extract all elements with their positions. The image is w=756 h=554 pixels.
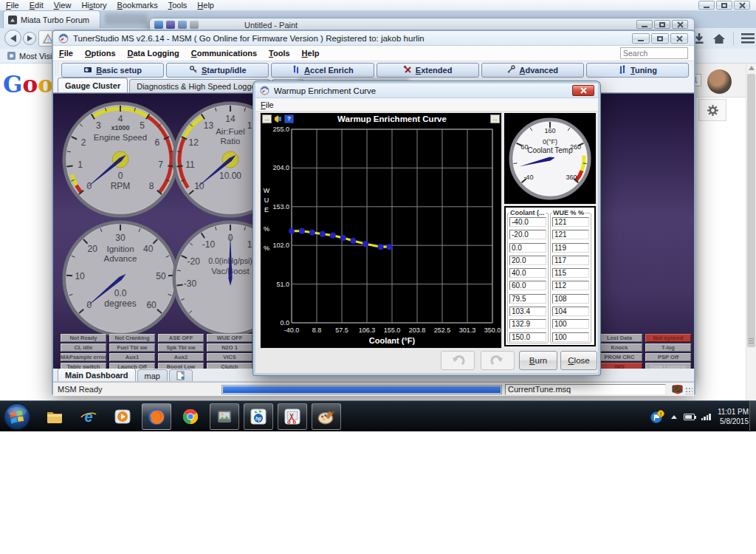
forward-button[interactable] xyxy=(23,32,36,45)
coolant-value-input[interactable] xyxy=(509,319,546,329)
announce-icon[interactable] xyxy=(273,114,283,123)
minimize-button[interactable] xyxy=(632,33,650,44)
avatar[interactable] xyxy=(707,69,732,94)
show-desktop-button[interactable] xyxy=(749,401,756,432)
minimize-button[interactable] xyxy=(636,20,653,29)
accel-enrich-button[interactable]: Accel Enrich xyxy=(271,63,374,78)
ff-menu-view[interactable]: View xyxy=(54,1,72,10)
taskbar-chrome-button[interactable] xyxy=(176,403,205,430)
toolbar-drag-handle[interactable] xyxy=(55,63,59,77)
browser-tab[interactable]: Miata Turbo Forum xyxy=(3,10,100,28)
svg-text:Coolant Temp: Coolant Temp xyxy=(527,146,573,154)
wue-value-input[interactable] xyxy=(552,307,589,316)
redo-button[interactable] xyxy=(481,351,515,370)
coolant-value-input[interactable] xyxy=(509,332,546,342)
ts-menu-file[interactable]: File xyxy=(53,49,79,58)
new-dashboard-tab-icon[interactable] xyxy=(169,369,193,381)
tray-expand-icon[interactable] xyxy=(671,415,677,419)
save-icon[interactable] xyxy=(166,21,175,29)
extended-button[interactable]: Extended xyxy=(377,63,479,78)
ts-menu-help[interactable]: Help xyxy=(296,49,326,58)
dashboard-tab-main-dashboard[interactable]: Main Dashboard xyxy=(58,368,136,381)
wue-value-input[interactable] xyxy=(552,217,589,227)
undo-button[interactable] xyxy=(441,351,475,370)
close-button[interactable] xyxy=(670,33,688,44)
start-button[interactable] xyxy=(3,403,31,431)
tab-gauge-cluster[interactable]: Gauge Cluster xyxy=(58,78,128,92)
dashboard-tab-map[interactable]: map xyxy=(137,369,168,381)
burn-button[interactable]: Burn xyxy=(519,351,557,370)
battery-icon[interactable] xyxy=(684,414,695,420)
wue-value-input[interactable] xyxy=(552,268,589,278)
menu-hamburger-icon[interactable] xyxy=(741,33,755,44)
indicator-clutch: Clutch xyxy=(207,363,252,369)
basic-setup-button[interactable]: Basic setup xyxy=(61,63,164,78)
settings-button[interactable] xyxy=(698,99,726,121)
warmup-curve-chart[interactable]: 0.051.0102.0153.0204.0255.0-40.08.857.51… xyxy=(261,125,501,348)
close-button[interactable] xyxy=(572,85,594,96)
help-button[interactable]: ? xyxy=(284,114,294,123)
action-center-icon[interactable]: ! xyxy=(650,410,664,423)
coolant-value-input[interactable] xyxy=(509,230,546,239)
ts-menu-communications[interactable]: Communications xyxy=(185,49,263,58)
close-dialog-button[interactable]: Close xyxy=(560,351,597,370)
page-scrollbar[interactable] xyxy=(746,64,756,400)
ts-menu-data-logging[interactable]: Data Logging xyxy=(122,49,185,58)
taskbar-media-player-button[interactable] xyxy=(108,403,137,430)
advanced-button[interactable]: Advanced xyxy=(481,63,584,78)
wue-value-input[interactable] xyxy=(552,332,589,342)
redo-icon[interactable] xyxy=(190,21,199,29)
wue-value-input[interactable] xyxy=(552,294,589,304)
taskbar-clock[interactable]: 11:01 PM 5/8/2015 xyxy=(718,407,749,426)
back-button[interactable] xyxy=(4,30,21,47)
startup-idle-button[interactable]: Startup/idle xyxy=(166,63,269,78)
ff-menu-bookmarks[interactable]: Bookmarks xyxy=(117,1,158,10)
taskbar-firefox-button[interactable] xyxy=(142,403,171,430)
scrollbar-thumb[interactable] xyxy=(747,74,755,347)
taskbar-internet-explorer-button[interactable]: e xyxy=(74,403,103,430)
taskbar-photo-viewer-button[interactable] xyxy=(210,403,239,430)
indicator-aux2: Aux2 xyxy=(158,353,204,361)
tuning-button[interactable]: Tuning xyxy=(586,63,689,78)
resize-grip[interactable] xyxy=(685,387,693,394)
coolant-value-input[interactable] xyxy=(509,243,546,253)
ts-menu-options[interactable]: Options xyxy=(79,49,122,58)
close-button[interactable] xyxy=(672,20,688,29)
ff-menu-help[interactable]: Help xyxy=(197,1,214,10)
taskbar-hp-button[interactable]: hp xyxy=(244,403,273,430)
wue-value-input[interactable] xyxy=(552,243,589,253)
coolant-value-input[interactable] xyxy=(509,217,546,227)
curve-chart-panel[interactable]: ... ? Warmup Enrichment Curve ... 0.051.… xyxy=(261,113,501,348)
coolant-value-input[interactable] xyxy=(509,268,546,278)
close-button[interactable] xyxy=(734,1,750,10)
maximize-button[interactable] xyxy=(651,33,669,44)
taskbar-paint-button[interactable] xyxy=(312,403,341,430)
tab-diagnostics-high-speed-loggers[interactable]: Diagnostics & High Speed Loggers xyxy=(129,79,270,92)
wue-value-input[interactable] xyxy=(552,230,589,239)
ts-menu-tools[interactable]: Tools xyxy=(263,49,296,58)
wue-value-input[interactable] xyxy=(552,281,589,290)
snipping-tool-icon xyxy=(283,408,302,425)
coolant-value-input[interactable] xyxy=(509,256,546,265)
ff-menu-history[interactable]: History xyxy=(81,1,106,10)
chart-menu-button[interactable]: ... xyxy=(262,114,272,123)
undo-icon[interactable] xyxy=(178,21,187,29)
dialog-menu-file[interactable]: File xyxy=(255,100,279,109)
maximize-button[interactable] xyxy=(716,1,732,10)
coolant-value-input[interactable] xyxy=(509,281,546,290)
coolant-value-input[interactable] xyxy=(509,294,546,304)
network-signal-icon[interactable] xyxy=(701,414,711,420)
minimize-button[interactable] xyxy=(698,1,715,10)
wue-value-input[interactable] xyxy=(552,256,589,265)
coolant-value-input[interactable] xyxy=(509,307,546,316)
chart-menu-button-right[interactable]: ... xyxy=(490,114,500,123)
search-input[interactable] xyxy=(620,47,688,59)
taskbar-explorer-button[interactable] xyxy=(40,403,69,430)
wue-value-input[interactable] xyxy=(552,319,589,329)
taskbar-snipping-tool-button[interactable] xyxy=(278,403,307,430)
ff-menu-file[interactable]: File xyxy=(6,1,19,10)
ff-menu-edit[interactable]: Edit xyxy=(30,1,44,10)
maximize-button[interactable] xyxy=(654,20,670,29)
ff-menu-tools[interactable]: Tools xyxy=(168,1,188,10)
home-icon[interactable] xyxy=(712,33,726,44)
